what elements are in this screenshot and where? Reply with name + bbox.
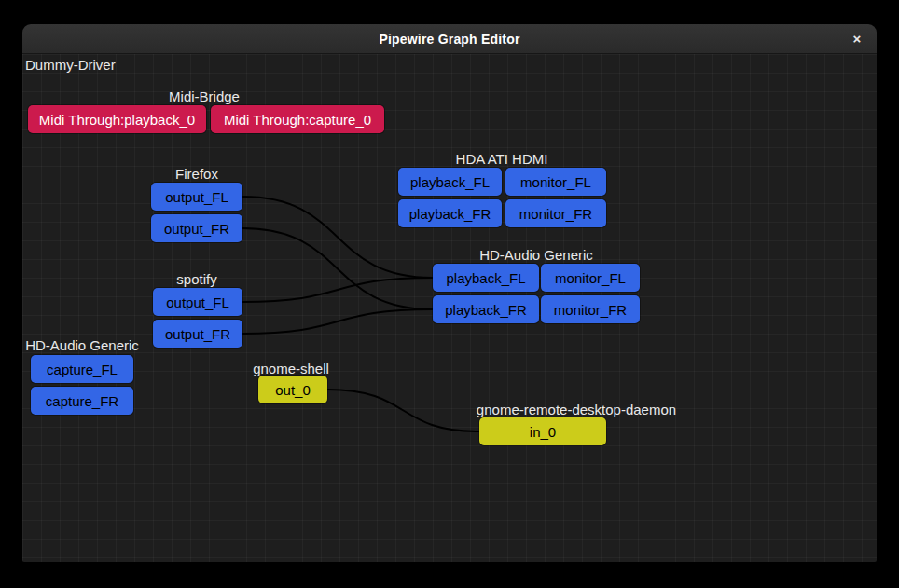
port-spotify-output-fr[interactable]: output_FR bbox=[153, 320, 242, 348]
titlebar[interactable]: Pipewire Graph Editor × bbox=[22, 24, 877, 54]
edge-firefox-output-fr-to-hd-audio-playback-fr[interactable] bbox=[242, 228, 433, 309]
port-hda-ati-hdmi-monitor-fl[interactable]: monitor_FL bbox=[505, 168, 606, 196]
port-hd-audio-generic-out-playback-fr[interactable]: playback_FR bbox=[433, 295, 539, 323]
node-label-dummy-driver[interactable]: Dummy-Driver bbox=[25, 57, 116, 74]
port-hd-audio-generic-in-capture-fl[interactable]: capture_FL bbox=[31, 355, 133, 383]
port-hda-ati-hdmi-playback-fr[interactable]: playback_FR bbox=[398, 199, 502, 227]
close-button[interactable]: × bbox=[845, 27, 869, 50]
node-label-hda-ati-hdmi[interactable]: HDA ATI HDMI bbox=[456, 151, 548, 168]
node-label-spotify[interactable]: spotify bbox=[176, 271, 216, 288]
edge-gnome-shell-out-0-to-grd-in-0[interactable] bbox=[327, 390, 479, 431]
node-label-midi-bridge[interactable]: Midi-Bridge bbox=[169, 89, 240, 105]
port-spotify-output-fl[interactable]: output_FL bbox=[153, 288, 242, 316]
port-hd-audio-generic-out-monitor-fr[interactable]: monitor_FR bbox=[541, 295, 640, 323]
edge-spotify-output-fl-to-hd-audio-playback-fl[interactable] bbox=[242, 278, 433, 302]
port-midi-bridge-midi-through-capture-0[interactable]: Midi Through:capture_0 bbox=[211, 105, 384, 133]
node-label-firefox[interactable]: Firefox bbox=[175, 166, 218, 183]
desktop-background: { "window": { "title": "Pipewire Graph E… bbox=[0, 0, 899, 588]
port-hda-ati-hdmi-playback-fl[interactable]: playback_FL bbox=[398, 168, 502, 196]
node-label-gnome-remote-desktop-daemon[interactable]: gnome-remote-desktop-daemon bbox=[477, 402, 676, 418]
port-firefox-output-fr[interactable]: output_FR bbox=[151, 214, 242, 242]
port-midi-bridge-midi-through-playback-0[interactable]: Midi Through:playback_0 bbox=[28, 105, 206, 133]
node-label-hd-audio-generic-in[interactable]: HD-Audio Generic bbox=[25, 337, 139, 354]
pipewire-graph-editor-window: Pipewire Graph Editor × Dummy-DriverMidi… bbox=[22, 24, 877, 562]
node-label-hd-audio-generic-out[interactable]: HD-Audio Generic bbox=[479, 247, 593, 264]
port-hd-audio-generic-out-monitor-fl[interactable]: monitor_FL bbox=[541, 264, 640, 292]
edge-spotify-output-fr-to-hd-audio-playback-fr[interactable] bbox=[242, 309, 433, 334]
window-title: Pipewire Graph Editor bbox=[379, 32, 519, 47]
port-hd-audio-generic-out-playback-fl[interactable]: playback_FL bbox=[433, 264, 539, 292]
port-hda-ati-hdmi-monitor-fr[interactable]: monitor_FR bbox=[505, 199, 606, 227]
port-gnome-remote-desktop-daemon-in-0[interactable]: in_0 bbox=[479, 417, 606, 445]
port-hd-audio-generic-in-capture-fr[interactable]: capture_FR bbox=[31, 387, 133, 415]
port-firefox-output-fl[interactable]: output_FL bbox=[151, 183, 242, 211]
graph-canvas[interactable]: Dummy-DriverMidi-BridgeMidi Through:play… bbox=[22, 54, 877, 562]
port-gnome-shell-out-0[interactable]: out_0 bbox=[258, 376, 327, 403]
